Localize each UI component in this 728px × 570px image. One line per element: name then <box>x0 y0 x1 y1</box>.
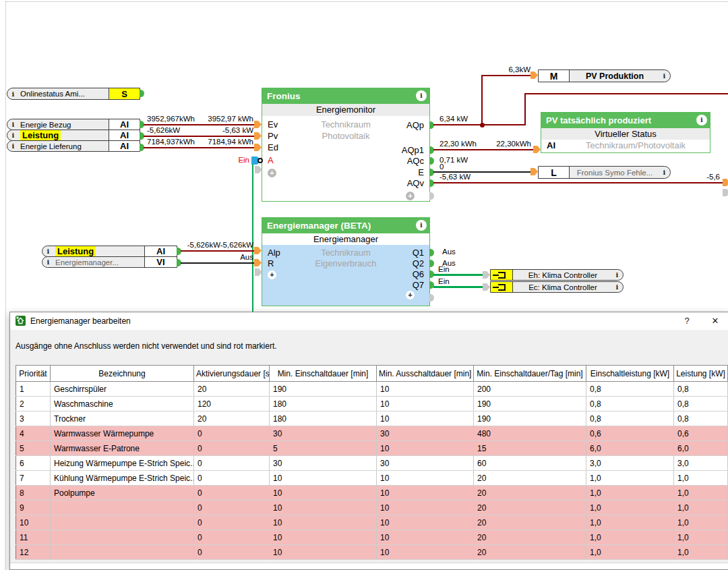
input-connector[interactable] <box>533 146 541 153</box>
table-cell[interactable]: 10 <box>16 515 51 530</box>
table-cell[interactable]: Waschmaschine <box>51 397 194 411</box>
output-connector[interactable] <box>429 260 434 267</box>
info-icon[interactable]: i <box>659 70 670 82</box>
table-cell[interactable]: 1,0 <box>674 471 728 486</box>
table-cell[interactable]: 1,0 <box>674 530 728 545</box>
table-cell[interactable]: 200 <box>474 382 586 397</box>
table-cell[interactable]: 480 <box>474 426 586 441</box>
table-cell[interactable]: 1,0 <box>586 515 674 530</box>
close-button[interactable]: ✕ <box>704 312 727 330</box>
info-icon[interactable]: i <box>7 88 19 99</box>
table-cell[interactable]: 1,0 <box>586 486 674 501</box>
meter-input-block[interactable]: i Energie Bezug AI <box>7 119 140 130</box>
table-cell[interactable]: 20 <box>474 486 586 501</box>
table-cell[interactable]: 1,0 <box>674 515 728 530</box>
info-icon[interactable]: i <box>416 220 427 231</box>
column-header[interactable]: Leistung [kW] <box>674 366 728 382</box>
table-cell[interactable]: 0 <box>194 456 270 471</box>
output-connector[interactable] <box>429 249 434 256</box>
table-cell[interactable]: 0,8 <box>586 397 674 411</box>
table-cell[interactable]: 11 <box>16 530 51 545</box>
table-row[interactable]: 7Kühlung Wärmepumpe E-Strich Speic...010… <box>16 471 728 486</box>
table-cell[interactable]: 3 <box>16 411 51 426</box>
table-cell[interactable]: 1,0 <box>674 545 728 560</box>
add-output-button[interactable]: + <box>406 291 415 300</box>
dialog-titlebar[interactable]: Energiemanager bearbeiten ? ✕ <box>10 312 728 330</box>
table-row[interactable]: 1001010201,01,0 <box>16 515 728 530</box>
table-row[interactable]: 3Trockner20180101900,80,8 <box>16 411 728 426</box>
add-input-button[interactable]: + <box>268 270 276 279</box>
table-cell[interactable]: 5 <box>16 441 51 456</box>
table-cell[interactable]: 20 <box>474 530 586 545</box>
info-icon[interactable]: i <box>42 246 54 256</box>
table-cell[interactable]: 15 <box>474 441 586 456</box>
table-row[interactable]: 6Heizung Wärmepumpe E-Strich Speic...030… <box>16 456 728 471</box>
add-input-button[interactable]: + <box>268 169 276 177</box>
table-cell[interactable]: 190 <box>270 382 377 397</box>
input-connector[interactable] <box>723 179 728 186</box>
table-cell[interactable]: 0 <box>194 441 270 456</box>
table-cell[interactable]: 190 <box>474 411 586 426</box>
table-cell[interactable]: 1,0 <box>586 530 674 545</box>
table-cell[interactable]: 10 <box>270 486 377 501</box>
table-cell[interactable]: 1,0 <box>674 486 728 501</box>
table-cell[interactable]: 1,0 <box>586 501 674 515</box>
add-output-button[interactable]: + <box>406 192 415 200</box>
fronius-block[interactable]: Fronius i Energiemonitor Technikraum Pho… <box>262 88 430 202</box>
table-cell[interactable]: 10 <box>270 545 377 560</box>
table-cell[interactable]: 10 <box>377 486 474 501</box>
input-connector[interactable] <box>483 283 490 291</box>
input-connector[interactable] <box>254 121 262 128</box>
table-cell[interactable]: 30 <box>270 456 377 471</box>
column-header[interactable]: Min. Einschaltdauer [min] <box>270 366 377 382</box>
meter-input-block[interactable]: i Energie Lieferung AI <box>7 140 140 152</box>
table-cell[interactable] <box>51 545 194 560</box>
table-cell[interactable]: 20 <box>474 471 586 486</box>
table-cell[interactable]: Warmwasser E-Patrone <box>51 441 194 456</box>
table-cell[interactable]: 10 <box>270 530 377 545</box>
table-cell[interactable]: 1,0 <box>586 545 674 560</box>
table-cell[interactable]: 2 <box>16 397 51 411</box>
table-row[interactable]: 1Geschirrspüler20190102000,80,8 <box>16 382 728 397</box>
input-connector[interactable] <box>254 144 262 151</box>
help-button[interactable]: ? <box>675 312 698 330</box>
table-row[interactable]: 2Waschmaschine120180101900,80,8 <box>16 397 728 411</box>
klima-eh-block[interactable]: Eh: Klima Controller i <box>490 269 624 281</box>
table-cell[interactable]: 0 <box>194 426 270 441</box>
table-cell[interactable] <box>51 515 194 530</box>
info-icon[interactable]: i <box>416 90 427 101</box>
table-cell[interactable]: 3,0 <box>586 456 674 471</box>
table-cell[interactable]: 8 <box>16 486 51 501</box>
table-cell[interactable]: 10 <box>377 411 474 426</box>
table-row[interactable]: 901010201,01,0 <box>16 501 728 515</box>
table-cell[interactable]: 9 <box>16 501 51 515</box>
em-source-block[interactable]: i Leistung AI <box>42 246 177 257</box>
table-cell[interactable]: 0,8 <box>586 382 674 397</box>
table-cell[interactable]: 20 <box>474 515 586 530</box>
info-icon[interactable]: i <box>696 115 707 125</box>
column-header[interactable]: Aktivierungsdauer [s] <box>194 366 270 382</box>
table-cell[interactable]: 10 <box>270 471 377 486</box>
table-cell[interactable]: 10 <box>377 545 474 560</box>
column-header[interactable]: Bezeichnung <box>51 366 194 382</box>
table-cell[interactable]: 10 <box>270 515 377 530</box>
column-header[interactable]: Min. Einschaltdauer/Tag [min] <box>474 366 586 382</box>
table-cell[interactable]: 120 <box>194 397 270 411</box>
table-cell[interactable]: Geschirrspüler <box>51 382 194 397</box>
table-cell[interactable]: 0 <box>194 471 270 486</box>
table-cell[interactable]: Kühlung Wärmepumpe E-Strich Speic... <box>51 471 194 486</box>
table-cell[interactable]: 10 <box>377 471 474 486</box>
input-connector[interactable] <box>254 259 262 266</box>
input-connector[interactable] <box>530 72 538 79</box>
table-cell[interactable]: 6 <box>16 456 51 471</box>
pv-produktion-block[interactable]: M PV Produktion i <box>538 69 671 82</box>
table-cell[interactable]: 10 <box>377 382 474 397</box>
table-cell[interactable]: 190 <box>474 397 586 411</box>
table-cell[interactable]: 0,8 <box>674 382 728 397</box>
table-cell[interactable]: 6,0 <box>674 441 728 456</box>
meter-input-block[interactable]: i Leistung AI <box>7 130 140 141</box>
table-cell[interactable]: 0 <box>194 530 270 545</box>
table-cell[interactable]: 0 <box>194 486 270 501</box>
energiemanager-block[interactable]: Energiemanager (BETA) i Energiemanager T… <box>262 217 430 306</box>
table-cell[interactable] <box>51 530 194 545</box>
